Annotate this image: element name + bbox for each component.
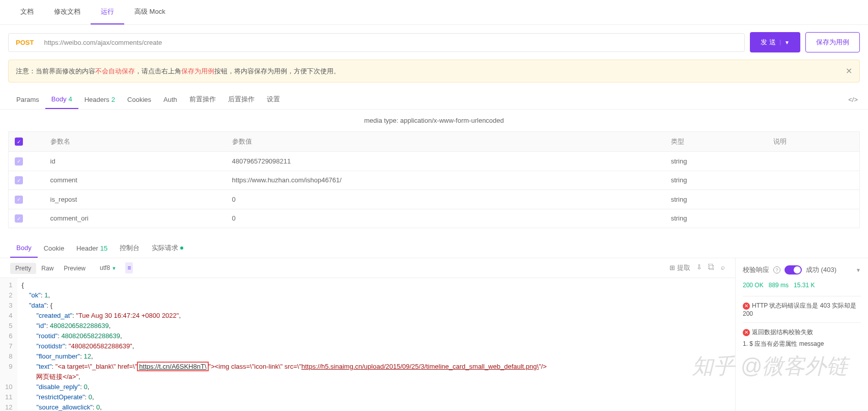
error-icon: ✕ — [743, 329, 750, 336]
response-tab-3[interactable]: 控制台 — [114, 238, 146, 258]
top-tab-1[interactable]: 修改文档 — [44, 0, 91, 24]
response-tab-0[interactable]: Body — [10, 239, 38, 258]
close-icon[interactable]: ✕ — [846, 66, 852, 76]
url-text: https://weibo.com/ajax/comments/create — [44, 39, 162, 46]
copy-icon[interactable]: ⿻ — [708, 263, 715, 272]
http-method: POST — [16, 39, 34, 46]
response-size: 15.31 K — [794, 282, 815, 289]
format-icon[interactable]: ≡ — [125, 262, 133, 273]
error-icon: ✕ — [743, 303, 750, 310]
response-body[interactable]: 123456789 10111213 { "ok": 1, "data": { … — [0, 278, 735, 411]
response-tabs: BodyCookieHeader 15控制台实际请求 — [0, 238, 868, 258]
top-tab-2[interactable]: 运行 — [91, 0, 124, 24]
table-row: ✓comment_ori0string — [9, 209, 860, 228]
encoding-select[interactable]: utf8 ▼ — [95, 262, 121, 273]
request-tabs: ParamsBody 4Headers 2CookiesAuth前置操作后置操作… — [0, 90, 868, 109]
param-value[interactable]: 0 — [226, 209, 665, 228]
param-name[interactable]: id — [44, 152, 226, 171]
response-toolbar: PrettyRawPreview utf8 ▼ ≡ ⊞ 提取 ⇩ ⿻ ⌕ — [0, 258, 735, 278]
media-type-label: media type: application/x-www-form-urlen… — [0, 109, 868, 131]
extract-button[interactable]: ⊞ 提取 — [669, 263, 690, 272]
send-button[interactable]: 发 送 ▼ — [750, 32, 800, 52]
top-tab-0[interactable]: 文档 — [10, 0, 44, 24]
request-tab-前置操作[interactable]: 前置操作 — [183, 90, 222, 109]
request-tab-params[interactable]: Params — [10, 91, 45, 108]
param-checkbox[interactable]: ✓ — [15, 196, 23, 204]
view-pretty[interactable]: Pretty — [10, 263, 36, 274]
save-as-case-button[interactable]: 保存为用例 — [805, 32, 860, 52]
status-code: 200 OK — [743, 282, 764, 289]
response-tab-2[interactable]: Header 15 — [70, 239, 114, 257]
param-checkbox[interactable]: ✓ — [15, 176, 23, 184]
request-tab-headers[interactable]: Headers 2 — [78, 91, 121, 108]
request-tab-auth[interactable]: Auth — [157, 91, 183, 108]
param-name[interactable]: comment — [44, 171, 226, 190]
param-type[interactable]: string — [665, 209, 767, 228]
view-raw[interactable]: Raw — [36, 263, 59, 274]
params-table: ✓参数名参数值类型说明 ✓id4807965729098211string✓co… — [8, 131, 860, 228]
response-time: 889 ms — [769, 282, 789, 289]
chevron-down-icon[interactable]: ▼ — [856, 267, 861, 273]
param-type[interactable]: string — [665, 190, 767, 209]
request-tab-设置[interactable]: 设置 — [261, 90, 286, 109]
param-value[interactable]: 0 — [226, 190, 665, 209]
response-meta: 校验响应 ? 成功 (403) ▼ 200 OK 889 ms 15.31 K … — [736, 258, 868, 411]
view-preview[interactable]: Preview — [59, 263, 91, 274]
error-item: ✕返回数据结构校验失败1. $ 应当有必需属性 message — [743, 322, 861, 353]
url-input[interactable]: POST https://weibo.com/ajax/comments/cre… — [8, 33, 745, 52]
response-tab-4[interactable]: 实际请求 — [146, 238, 189, 258]
table-row: ✓is_repost0string — [9, 190, 860, 209]
param-value[interactable]: https://www.huzhan.com/ishop46761/ — [226, 171, 665, 190]
table-row: ✓id4807965729098211string — [9, 152, 860, 171]
param-name[interactable]: comment_ori — [44, 209, 226, 228]
param-type[interactable]: string — [665, 152, 767, 171]
search-icon[interactable]: ⌕ — [721, 263, 725, 272]
request-tab-后置操作[interactable]: 后置操作 — [222, 90, 261, 109]
response-tab-1[interactable]: Cookie — [38, 239, 70, 257]
code-icon[interactable]: </> — [848, 96, 858, 103]
info-icon[interactable]: ? — [773, 266, 780, 273]
param-value[interactable]: 4807965729098211 — [226, 152, 665, 171]
request-tab-cookies[interactable]: Cookies — [121, 91, 157, 108]
error-item: ✕HTTP 状态码错误应当是 403 实际却是 200 — [743, 296, 861, 322]
notice-banner: 注意：当前界面修改的内容 不会自动保存 ，请点击右上角 保存为用例 按钮，将内容… — [8, 60, 860, 83]
param-checkbox[interactable]: ✓ — [15, 157, 23, 166]
download-icon[interactable]: ⇩ — [696, 263, 702, 272]
chevron-down-icon[interactable]: ▼ — [780, 40, 790, 45]
top-tabs: 文档修改文档运行高级 Mock — [0, 0, 868, 25]
table-row: ✓commenthttps://www.huzhan.com/ishop4676… — [9, 171, 860, 190]
verify-toggle[interactable] — [785, 265, 802, 275]
top-tab-3[interactable]: 高级 Mock — [124, 0, 176, 24]
param-checkbox[interactable]: ✓ — [15, 214, 23, 223]
param-type[interactable]: string — [665, 171, 767, 190]
url-bar: POST https://weibo.com/ajax/comments/cre… — [0, 25, 868, 60]
param-name[interactable]: is_repost — [44, 190, 226, 209]
request-tab-body[interactable]: Body 4 — [45, 90, 78, 109]
select-all-checkbox[interactable]: ✓ — [15, 138, 23, 146]
